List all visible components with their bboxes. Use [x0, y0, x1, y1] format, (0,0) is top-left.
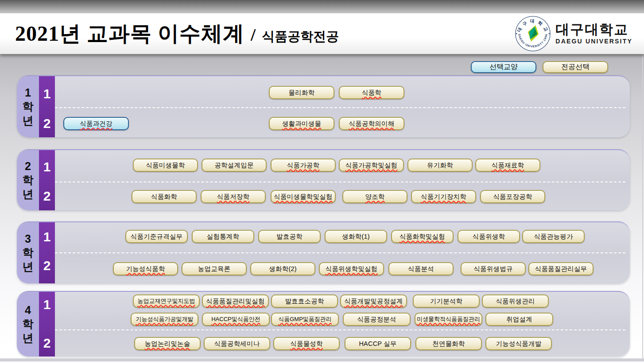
- bottom-strip: [0, 358, 644, 362]
- course-label: 취업설계: [506, 315, 532, 324]
- course-label: 식품공정분석: [357, 315, 396, 324]
- course-button[interactable]: 식품품질관리실무: [528, 262, 594, 275]
- university-wordmark: 대구대학교 DAEGU UNIVERSITY: [555, 23, 632, 45]
- semester-divider: [55, 182, 625, 182]
- course-button[interactable]: 생활과미생물: [269, 117, 334, 130]
- course-button[interactable]: 식품학: [339, 86, 404, 99]
- university-name-en: DAEGU UNIVERSITY: [555, 38, 632, 45]
- course-button[interactable]: 식품공학의이해: [339, 117, 404, 130]
- course-label: 식품기준규격실무: [131, 232, 183, 241]
- course-button[interactable]: 기능성식품학: [113, 262, 178, 275]
- course-label: 식품품질관리및실험: [206, 297, 264, 306]
- course-label: 농업교육론: [198, 265, 231, 273]
- course-button[interactable]: 식품GMP및품질관리: [271, 313, 339, 326]
- course-button[interactable]: 농업교육론: [182, 262, 247, 275]
- course-button[interactable]: 식품포장공학: [480, 190, 545, 203]
- year-label: 1학년: [17, 76, 39, 137]
- course-button[interactable]: 식품관능평가: [522, 230, 585, 243]
- semester-strip: 12: [39, 150, 55, 210]
- course-label: 식품저장학: [217, 193, 250, 201]
- course-button[interactable]: 공학설계입문: [202, 159, 267, 172]
- course-button[interactable]: 식품가공학: [271, 159, 336, 172]
- course-label: 기기분석학: [430, 297, 463, 306]
- course-button[interactable]: 기능성식품가공및개발: [131, 313, 198, 326]
- course-button[interactable]: 식품화학: [132, 190, 197, 203]
- semester-divider: [55, 107, 625, 108]
- course-button[interactable]: 식품저장학: [201, 190, 266, 203]
- page-right-edge: [642, 56, 643, 358]
- course-button[interactable]: 기기분석학: [413, 294, 480, 308]
- semester-number: 2: [39, 337, 55, 350]
- course-button[interactable]: 식품기기장치학: [411, 190, 476, 203]
- year-label-char: 학: [23, 174, 34, 186]
- course-button[interactable]: 식품미생물학및실험: [271, 190, 336, 203]
- course-button[interactable]: 식품가공학및실험: [339, 159, 404, 172]
- course-button[interactable]: 미생물학적식품품질관리: [415, 313, 482, 326]
- course-button[interactable]: 취업설계: [485, 313, 553, 326]
- course-button[interactable]: 생화학(1): [325, 230, 387, 243]
- year-label-char: 년: [23, 188, 34, 201]
- year-panel-2: 2학년12식품미생물학공학설계입문식품가공학식품가공학및실험유기화학식품재료학식…: [17, 149, 630, 210]
- course-label: 식품물성학: [290, 340, 323, 348]
- course-button[interactable]: 식품위생학및실험: [319, 262, 384, 275]
- course-button[interactable]: 식품물성학: [273, 337, 340, 350]
- course-button[interactable]: 식품위생학: [458, 230, 520, 243]
- course-button[interactable]: 식품공학세미나: [204, 337, 270, 350]
- course-button[interactable]: 식품위생법규: [461, 262, 526, 275]
- course-button[interactable]: 식품화학및실험: [391, 230, 454, 243]
- course-button[interactable]: 식품분석: [388, 262, 454, 275]
- course-button[interactable]: 식품위생관리: [482, 294, 549, 308]
- course-label: 천연물화학: [432, 340, 465, 348]
- course-label: 식품관능평가: [534, 232, 573, 241]
- course-button[interactable]: 농업논리및논술: [134, 337, 201, 350]
- page-title: 2021년 교과목 이수체계 / 식품공학전공: [15, 19, 339, 48]
- course-button[interactable]: 발효공학: [258, 230, 321, 243]
- course-label: 식품개발및공정설계: [344, 297, 403, 306]
- course-button[interactable]: 식품과건강: [63, 117, 129, 130]
- course-label: HACCP및식품안전: [211, 315, 260, 323]
- course-button[interactable]: 물리화학: [269, 86, 334, 99]
- course-button[interactable]: 양조학: [342, 190, 407, 203]
- year-label-char: 2: [25, 160, 31, 173]
- course-label: 발효효소공학: [285, 297, 324, 306]
- course-label: 식품가공학및실험: [345, 161, 398, 170]
- course-button[interactable]: HACCP및식품안전: [202, 313, 270, 326]
- course-button[interactable]: 유기화학: [407, 159, 473, 172]
- course-button[interactable]: HACCP 실무: [345, 337, 411, 350]
- course-button[interactable]: 기능성식품개발: [485, 337, 552, 350]
- course-label: 식품미생물학및실험: [274, 193, 332, 201]
- course-label: 생화학(1): [342, 232, 369, 241]
- legend-major-button[interactable]: 전공선택: [543, 61, 608, 73]
- course-button[interactable]: 농업교재연구및지도법: [133, 294, 200, 308]
- course-label: 농업논리및논술: [145, 340, 190, 348]
- semester-divider: [55, 329, 625, 330]
- course-button[interactable]: 식품개발및공정설계: [340, 294, 407, 308]
- course-button[interactable]: 실험통계학: [192, 230, 254, 243]
- course-button[interactable]: 식품공정분석: [343, 313, 411, 326]
- semester-divider: [55, 252, 625, 253]
- year-label-char: 학: [23, 101, 34, 113]
- semester-number: 1: [39, 160, 55, 174]
- course-label: 식품포장공학: [493, 193, 532, 201]
- course-label: 식품위생학및실험: [326, 265, 378, 273]
- course-label: 식품기기장치학: [421, 193, 466, 201]
- course-button[interactable]: 식품미생물학: [133, 159, 198, 172]
- title-separator: /: [251, 24, 256, 45]
- course-label: 식품미생물학: [146, 161, 185, 170]
- course-button[interactable]: 식품품질관리및실험: [202, 294, 269, 308]
- course-button[interactable]: 생화학(2): [250, 262, 315, 275]
- year-label: 4학년: [17, 292, 39, 356]
- semester-number: 1: [39, 298, 55, 311]
- legend-elective-button[interactable]: 선택교양: [471, 61, 536, 73]
- semester-strip: 12: [39, 76, 55, 137]
- course-button[interactable]: 천연물화학: [415, 337, 482, 350]
- course-label: 식품화학및실험: [400, 232, 445, 241]
- course-button[interactable]: 발효효소공학: [271, 294, 338, 308]
- course-label: 식품학: [362, 89, 381, 97]
- university-name-ko: 대구대학교: [555, 23, 632, 36]
- course-label: 식품위생법규: [473, 265, 512, 273]
- course-label: 농업교재연구및지도법: [138, 297, 195, 305]
- course-button[interactable]: 식품재료학: [475, 159, 540, 172]
- course-label: 식품과건강: [80, 120, 113, 128]
- course-button[interactable]: 식품기준규격실무: [125, 230, 188, 243]
